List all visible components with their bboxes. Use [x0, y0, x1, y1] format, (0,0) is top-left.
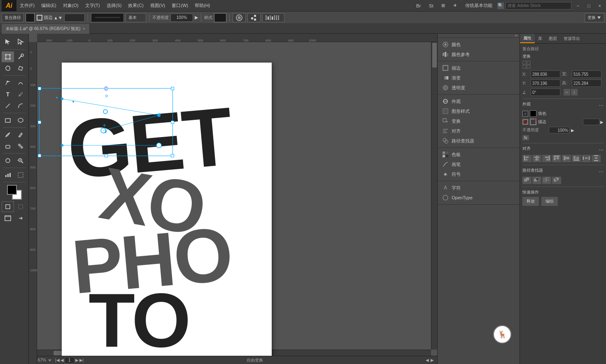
appearance-menu-btn[interactable]: ··· [599, 102, 604, 108]
align-left-btn[interactable] [522, 155, 531, 162]
color-panel-item[interactable]: 颜色 [441, 40, 516, 49]
opacity-expand-btn[interactable]: ▶ [571, 128, 574, 133]
search-icon[interactable]: 🔍 [497, 2, 504, 9]
panel-collapse-btn[interactable]: ≫ [515, 34, 518, 37]
menu-select[interactable]: 选择(S) [103, 0, 125, 12]
flip-h-btn[interactable]: ↔ [564, 89, 570, 96]
page-input[interactable] [65, 357, 75, 364]
curvature-tool[interactable] [14, 77, 27, 88]
character-item[interactable]: A 字符 [441, 183, 516, 193]
document-tab[interactable]: 未标题-1.ai* @ 66.67% (RGB/GPU 预览) × [2, 24, 90, 34]
direct-select-tool[interactable] [14, 36, 27, 47]
color-guide-item[interactable]: 颜色参考 [441, 49, 516, 59]
ellipse-tool[interactable] [14, 115, 27, 126]
recolor-btn[interactable] [233, 13, 246, 22]
minimize-btn[interactable]: − [573, 0, 582, 12]
props-tab-layers[interactable]: 图层 [545, 34, 560, 43]
opentype-item[interactable]: OpenType [441, 193, 516, 203]
align-center-h-btn[interactable] [532, 155, 541, 162]
brushes-item[interactable]: 画笔 [441, 159, 516, 169]
eraser-tool[interactable] [2, 141, 14, 152]
opacity-input[interactable] [170, 14, 193, 22]
menu-share[interactable]: ✈ [450, 0, 460, 12]
props-tab-library[interactable]: 库 [535, 34, 545, 43]
appearance-item[interactable]: 外观 [441, 96, 516, 106]
type-tool[interactable]: T [2, 89, 14, 100]
stroke-preview[interactable] [91, 13, 124, 22]
fill-swatch[interactable] [530, 110, 536, 117]
menu-help[interactable]: 帮助(H) [191, 0, 213, 12]
align-right-btn[interactable] [542, 155, 551, 162]
style-swatch[interactable] [214, 13, 226, 22]
rotate-view-tool[interactable] [2, 155, 14, 166]
align-btn-row[interactable] [262, 13, 284, 22]
next-artboard-btn[interactable]: ▶ [431, 358, 434, 362]
dist-v-btn[interactable] [592, 155, 601, 162]
pf-unite-btn[interactable] [522, 177, 531, 184]
opacity-arrows[interactable]: ▶ [195, 15, 198, 20]
transform-item[interactable]: 变换 [441, 116, 516, 126]
arc-tool[interactable] [14, 100, 27, 111]
props-tab-properties[interactable]: 属性 [520, 34, 535, 43]
fg-color-swatch[interactable] [7, 185, 17, 195]
prev-artboard-btn[interactable]: ◀ [426, 358, 429, 362]
prev-page-btn2[interactable]: ◀ [61, 358, 64, 362]
normal-draw-mode[interactable] [2, 201, 14, 212]
release-btn[interactable]: 释放 [522, 197, 539, 206]
pf-exclude-btn[interactable] [552, 177, 561, 184]
angle-input[interactable] [531, 89, 560, 96]
vertical-scrollbar[interactable] [431, 42, 437, 350]
behind-draw-mode[interactable] [14, 201, 27, 212]
fx-btn[interactable]: fx [522, 135, 529, 140]
pen-tool[interactable] [2, 77, 14, 88]
stroke-checkbox[interactable] [522, 119, 528, 125]
pathfinder-menu-btn[interactable]: ··· [599, 168, 604, 175]
menu-text[interactable]: 文字(T) [82, 0, 103, 12]
chart-tool[interactable] [2, 170, 14, 180]
align-middle-btn[interactable] [562, 155, 571, 162]
menu-edit[interactable]: 编辑(E) [38, 0, 60, 12]
y-input[interactable] [531, 79, 560, 87]
handle-ml[interactable] [38, 121, 41, 124]
graphic-styles-item[interactable]: 图形样式 [441, 106, 516, 116]
next-page-end-btn[interactable]: ▶| [79, 358, 84, 362]
menu-stock[interactable]: St [426, 0, 436, 12]
align-item[interactable]: 对齐 [441, 126, 516, 136]
artboard-tool[interactable] [14, 170, 27, 180]
pathfinder-item[interactable]: 路径查找器 [441, 136, 516, 146]
pencil-tool[interactable] [14, 129, 27, 140]
maximize-btn[interactable]: □ [584, 0, 594, 12]
lasso-tool[interactable] [2, 63, 14, 74]
align-top-btn[interactable] [552, 155, 561, 162]
menu-mode[interactable]: 传统基本功能 [462, 0, 496, 12]
symbols-item[interactable]: ♣ 符号 [441, 169, 516, 179]
zoom-tool[interactable] [14, 155, 27, 166]
x-input[interactable] [531, 70, 560, 78]
menu-bridge[interactable]: Br [413, 0, 424, 12]
fill-color-swatch[interactable] [26, 13, 35, 22]
pf-minus-btn[interactable] [532, 177, 541, 184]
gradient-item[interactable]: 渐变 [441, 73, 516, 83]
fill-checkbox[interactable] [522, 111, 528, 117]
magic-wand-tool[interactable] [14, 51, 27, 62]
paintbrush-tool[interactable] [2, 129, 14, 140]
transform-options-btn[interactable] [247, 13, 261, 22]
stroke-width-props[interactable] [583, 119, 599, 125]
area-type-tool[interactable]: 🖊 [14, 89, 27, 100]
selection-tool[interactable] [2, 36, 14, 47]
stroke-type-btn[interactable]: 基本 [126, 13, 146, 22]
transform-label-btn[interactable]: 变换 [585, 13, 604, 22]
flip-v-btn[interactable]: ↕ [571, 89, 578, 96]
stroke-expand-btn[interactable]: ▶ [600, 120, 604, 124]
stock-search-input[interactable] [506, 2, 571, 9]
pf-intersect-btn[interactable] [542, 177, 551, 184]
scissors-tool[interactable] [14, 141, 27, 152]
group-btn[interactable]: 编组 [541, 197, 558, 206]
transparency-item[interactable]: 透明度 [441, 83, 516, 93]
menu-view[interactable]: 视图(V) [147, 0, 169, 12]
opacity-props-input[interactable] [549, 127, 569, 133]
dist-h-btn[interactable] [582, 155, 591, 162]
free-transform-tool[interactable] [2, 51, 14, 62]
align-menu-btn[interactable]: ··· [599, 146, 604, 153]
stroke-width-input[interactable] [64, 14, 85, 22]
